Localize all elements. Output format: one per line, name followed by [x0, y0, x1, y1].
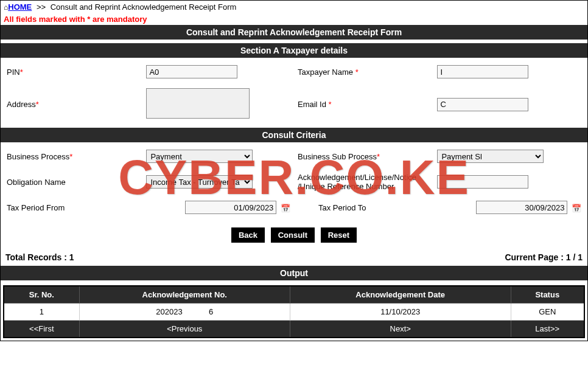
taxpayer-name-label: Taxpayer Name	[298, 68, 355, 77]
consult-criteria-table: Business Process* Payment Business Sub P…	[3, 145, 585, 219]
pin-input[interactable]	[146, 65, 237, 78]
breadcrumb-separator: >>	[34, 2, 48, 12]
th-ackdate: Acknowledgement Date	[290, 286, 511, 303]
page-title: Consult and Reprint Acknowledgement Rece…	[1, 25, 587, 40]
email-input[interactable]	[437, 98, 528, 111]
cell-status: GEN	[511, 303, 584, 321]
output-header: Output	[1, 266, 587, 280]
nav-next[interactable]: Next>	[290, 321, 511, 338]
calendar-icon[interactable]: 📅	[572, 204, 581, 213]
current-page: Current Page : 1 / 1	[505, 252, 583, 262]
nav-first[interactable]: <<First	[4, 321, 79, 338]
address-label: Address	[7, 100, 36, 109]
business-process-select[interactable]: Payment	[146, 150, 253, 163]
consult-button[interactable]: Consult	[271, 227, 315, 243]
nav-last[interactable]: Last>>	[511, 321, 584, 338]
business-sub-select[interactable]: Payment Sl	[437, 150, 544, 163]
required-marker: *	[355, 68, 359, 77]
cell-srno: 1	[4, 303, 79, 321]
address-textarea[interactable]	[146, 88, 250, 119]
breadcrumb-current: Consult and Reprint Acknowledgement Rece…	[51, 2, 237, 12]
total-records: Total Records : 1	[5, 252, 74, 262]
cell-ackno: 202023 6	[79, 303, 290, 321]
ack-ref-label: Acknowledgement/License/Notice /Unique R…	[298, 173, 416, 191]
breadcrumb: ⌂HOME >> Consult and Reprint Acknowledge…	[1, 1, 587, 13]
th-ackno: Acknowledgement No.	[79, 286, 290, 303]
pin-label: PIN	[7, 68, 20, 77]
consult-criteria-header: Consult Criteria	[1, 128, 587, 142]
taxpayer-details-table: PIN* Taxpayer Name * Address* Email Id *	[3, 60, 585, 125]
tax-from-input[interactable]	[185, 201, 276, 214]
th-srno: Sr. No.	[4, 286, 79, 303]
taxpayer-name-input[interactable]	[437, 65, 528, 78]
business-process-label: Business Process	[7, 152, 69, 161]
required-marker: *	[329, 100, 332, 109]
tax-from-label: Tax Period From	[7, 203, 65, 212]
business-sub-label: Business Sub Process	[298, 152, 377, 161]
email-label: Email Id	[298, 100, 329, 109]
obligation-select[interactable]: Income Tax - Turnover Ta	[146, 175, 253, 189]
required-marker: *	[69, 152, 72, 161]
back-button[interactable]: Back	[231, 227, 265, 243]
records-row: Total Records : 1 Current Page : 1 / 1	[1, 249, 587, 266]
home-link[interactable]: HOME	[8, 2, 32, 12]
section-a-header: Section A Taxpayer details	[1, 43, 587, 58]
calendar-icon[interactable]: 📅	[281, 204, 290, 213]
obligation-label: Obligation Name	[7, 178, 66, 187]
tax-to-label: Tax Period To	[318, 203, 366, 212]
required-marker: *	[377, 152, 380, 161]
output-table: Sr. No. Acknowledgement No. Acknowledgem…	[3, 285, 585, 338]
th-status: Status	[511, 286, 584, 303]
required-marker: *	[20, 68, 23, 77]
tax-to-input[interactable]	[476, 201, 567, 214]
required-marker: *	[36, 100, 39, 109]
cell-ackdate: 11/10/2023	[290, 303, 511, 321]
nav-previous[interactable]: <Previous	[79, 321, 290, 338]
ack-ref-input[interactable]	[437, 175, 528, 189]
reset-button[interactable]: Reset	[321, 227, 357, 243]
table-row[interactable]: 1 202023 6 11/10/2023 GEN	[4, 303, 584, 321]
mandatory-note: All fields marked with * are mandatory	[1, 13, 587, 25]
button-row: Back Consult Reset	[1, 221, 587, 249]
